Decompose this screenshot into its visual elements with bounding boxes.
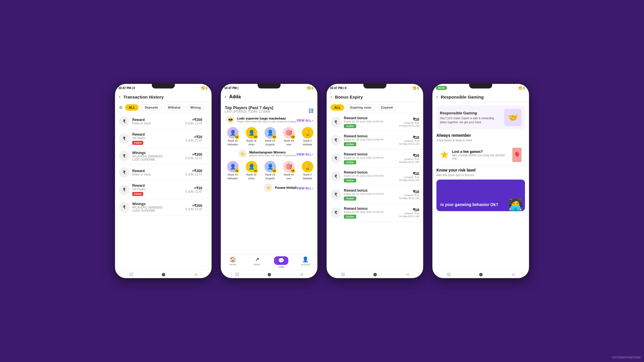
info-icon[interactable]: ℹ️ [308, 108, 313, 113]
txn-sub: 4PLAYERS 2WINNERS [132, 206, 183, 209]
player-avatar: 👤#2 [246, 127, 257, 138]
player-name: Mahadev [227, 143, 238, 146]
filter-row: ⚙ ALL Deposite Withdral Wining [115, 102, 212, 113]
bonus-amount: ₹10 [399, 208, 419, 212]
quiz-figure-icon: 🧑‍💻 [508, 198, 523, 211]
chevron-right-icon: › [206, 170, 208, 175]
bonus-right: ₹10 Unsend: ₹16 04 May 00:01 AM [399, 117, 419, 127]
status-badge: Active [344, 215, 356, 219]
txn-info: Winings 4PLAYERS 2WINNERS LUDO SUPERME [132, 202, 183, 212]
view-all-button-3[interactable]: VIEW ALL › [296, 186, 313, 190]
nav-home[interactable]: 🏠 Home [221, 256, 245, 268]
bonus-date: 04 May 00:01 AM [399, 179, 419, 182]
nav-home-label: Home [229, 263, 236, 266]
bonus-filter-expiring[interactable]: Expiring soon [346, 104, 375, 111]
txn-icon: ₹ [119, 116, 129, 126]
table-row[interactable]: ₹ Reward Khelo or Jeeto +₹200 5 JUN, 11:… [115, 164, 212, 181]
bonus-filter-all[interactable]: ALL [331, 104, 344, 111]
table-row[interactable]: ₹ Reward bonus Expire on: 05 June 2024 2… [327, 186, 423, 204]
phone-notch-3 [363, 84, 386, 88]
rg-quiz-card[interactable]: is your gameing behavior Ok? 🧑‍💻 [436, 180, 525, 211]
table-row[interactable]: ₹ Reward bonus Expire on: 05 June 2024 2… [327, 204, 423, 222]
back-button-4[interactable]: ◁ [510, 272, 516, 277]
player-rank: Rank # [303, 139, 312, 142]
filter-deposite[interactable]: Deposite [141, 104, 162, 111]
cat-title-3: Purane khiladi [275, 186, 296, 189]
back-button[interactable]: ◁ [193, 272, 198, 277]
home-button[interactable]: ⬜ [128, 272, 134, 277]
phone-bonus-expiry: 10:47 PM | 0 📶🔋 ‹ Bonus Expiry ALL Expir… [326, 83, 424, 279]
android-nav-4: ⬜ ⬤ ◁ [432, 270, 529, 278]
list-item: 🎯#4 Rank #4 user [281, 161, 297, 180]
circle-button[interactable]: ⬤ [160, 272, 166, 277]
player-rank: Rank #1 [228, 173, 238, 176]
cat-sub-1: Player Who Have Win Big in Ludo Superme … [237, 120, 296, 123]
filter-wining[interactable]: Wining [187, 104, 205, 111]
phone-responsible-gaming: 00:00 📶🔋 ‹ Responsible Gaming Responsibl… [432, 83, 530, 279]
bonus-filter-expired[interactable]: Expired [377, 104, 396, 111]
category-header-1: 😎 Ludo superme luage maukebaaz Player Wh… [226, 115, 296, 124]
txn-amount: +₹200 [185, 153, 202, 157]
call-indicator: 00:00 [436, 86, 447, 90]
back-button-2[interactable]: ◁ [298, 272, 304, 277]
txn-sub: 4PLAYERS 2WINNERS [132, 155, 183, 158]
bonus-expire: Expire on: 05 June 2024 23:59 Pm [344, 120, 396, 123]
table-row[interactable]: ₹ Reward Via Paytm Failed +₹20 5 JUN, 11… [115, 181, 212, 199]
phone-transaction-history: 10:47 PM | 0 📶🔋 ‹ Transaction History ⚙ … [114, 83, 212, 279]
category-header-3: ⭐ Purane khiladi [264, 183, 296, 192]
table-row[interactable]: ₹ Reward Khelo or Jeeto +₹200 5 JUN, 11:… [115, 113, 212, 130]
table-row[interactable]: ₹ Reward Via Paytm Failed +₹20 5 JUN, 11… [115, 130, 212, 148]
filter-icon[interactable]: ⚙ [119, 105, 123, 110]
bonus-amount: ₹10 [399, 153, 419, 158]
table-row[interactable]: ₹ Winings 4PLAYERS 2WINNERS LUDO SUPERME… [115, 199, 212, 215]
cat-title-2: Mahashangram Winners [249, 151, 296, 154]
rg-remember-title: Always remember [436, 133, 525, 138]
filter-all[interactable]: ALL [125, 104, 139, 111]
bonus-amount: ₹10 [399, 172, 419, 176]
txn-sub2: LUDO SUPERME [132, 209, 183, 212]
nav-refer[interactable]: ↗ Refer [245, 256, 269, 268]
back-arrow-icon-2[interactable]: ‹ [225, 94, 226, 99]
back-arrow-icon-4[interactable]: ‹ [436, 94, 438, 99]
table-row[interactable]: ₹ Winings 4PLAYERS 2WINNERS LUDO SUPERME… [115, 148, 212, 164]
bonus-unsend: Unsend: ₹16 [399, 194, 419, 197]
home-button-3[interactable]: ⬜ [340, 272, 346, 277]
player-avatar: 👤#3 [264, 127, 276, 138]
bonus-name: Reward bonus [344, 134, 396, 138]
nav-adda[interactable]: 💬 Adda [269, 256, 293, 268]
table-row[interactable]: ₹ Reward bonus Expire on: 05 June 2024 2… [327, 149, 423, 167]
bonus-right: ₹10 Unsend: ₹16 04 May 00:01 AM [399, 172, 419, 182]
adda-icon: 💬 [278, 258, 284, 263]
status-time-2: 10:47 PM | [224, 86, 238, 90]
table-row[interactable]: ₹ Reward bonus Expire on: 05 June 2024 2… [327, 113, 423, 131]
circle-button-2[interactable]: ⬤ [266, 272, 272, 277]
status-badge: Active [344, 197, 356, 201]
nav-account[interactable]: 👤 Account [293, 256, 317, 268]
back-button-3[interactable]: ◁ [404, 272, 410, 277]
view-all-button-1[interactable]: VIEW ALL › [296, 119, 313, 122]
txn-date: 5 JUN, 11:47 [185, 139, 202, 142]
status-badge: Active [344, 124, 356, 128]
txn-right: +₹20 5 JUN, 11:47 [185, 186, 202, 193]
home-button-2[interactable]: ⬜ [234, 272, 240, 277]
list-item: 👤#2 Rank #2 chotu [244, 161, 259, 180]
player-name: user [286, 177, 292, 180]
bonus-info: Reward bonus Expire on: 05 June 2024 23:… [344, 207, 396, 219]
circle-button-3[interactable]: ⬤ [372, 272, 378, 277]
filter-withdral[interactable]: Withdral [164, 104, 184, 111]
rank-badge: #2 [253, 134, 258, 139]
failed-badge: Failed [132, 141, 143, 145]
back-arrow-icon[interactable]: ‹ [119, 94, 120, 99]
bonus-title: Bonus Expiry [335, 95, 363, 99]
view-all-button-2[interactable]: VIEW ALL › [296, 153, 313, 156]
player-avatar: 🏆 [302, 127, 313, 138]
player-avatar: 🎯#4 [283, 161, 295, 172]
txn-info: Reward Khelo or Jeeto [132, 118, 183, 125]
circle-button-4[interactable]: ⬤ [478, 272, 484, 277]
table-row[interactable]: ₹ Reward bonus Expire on: 05 June 2024 2… [327, 167, 423, 186]
home-button-4[interactable]: ⬜ [446, 272, 451, 277]
player-name: chotu [248, 177, 254, 180]
back-arrow-icon-3[interactable]: ‹ [331, 94, 332, 99]
table-row[interactable]: ₹ Reward bonus Expire on: 05 June 2024 2… [327, 131, 423, 149]
view-all-row-2: 🌟 Mahashangram Winners players Who Have … [225, 149, 313, 159]
